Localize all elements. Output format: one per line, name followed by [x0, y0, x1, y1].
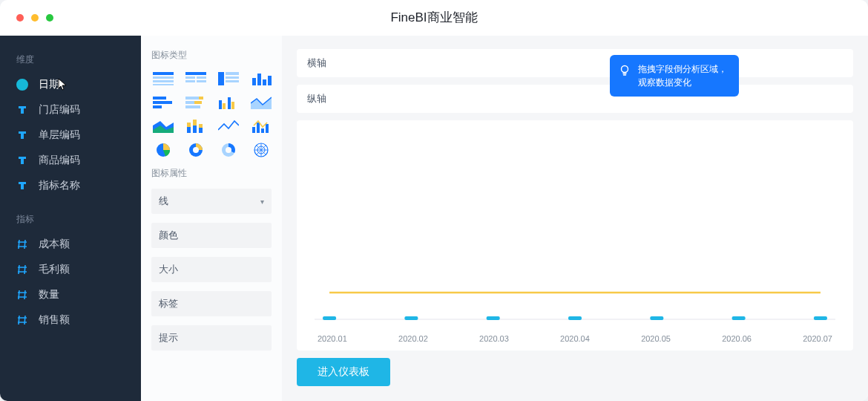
chart-type-donut-icon[interactable]: [184, 142, 208, 158]
x-tick-label: 2020.03: [479, 334, 509, 343]
text-icon: [16, 180, 28, 192]
svg-rect-6: [197, 76, 206, 79]
x-axis-dropzone[interactable]: 横轴: [297, 49, 853, 77]
svg-rect-53: [732, 316, 746, 320]
attr-color-row[interactable]: 颜色: [151, 223, 272, 248]
svg-rect-37: [261, 128, 264, 133]
svg-rect-23: [194, 101, 202, 104]
svg-rect-17: [153, 97, 166, 100]
svg-point-41: [193, 147, 199, 153]
svg-rect-51: [568, 316, 582, 320]
y-axis-label: 纵轴: [307, 92, 326, 105]
svg-rect-13: [252, 78, 256, 85]
chart-type-table3-icon[interactable]: [217, 71, 240, 87]
chart-type-linedots-icon[interactable]: [249, 118, 273, 134]
chart-type-stacked-icon[interactable]: [184, 118, 208, 134]
svg-rect-34: [199, 128, 203, 133]
chart-type-areafill-icon[interactable]: [151, 118, 175, 134]
svg-rect-25: [219, 100, 222, 109]
app-window: FineBI商业智能 维度 日期 门店编码: [0, 0, 868, 401]
dimension-label: 日期: [39, 78, 59, 91]
svg-rect-38: [266, 124, 269, 133]
dimension-item-level-code[interactable]: 单层编码: [0, 123, 141, 148]
main-canvas: 横轴 纵轴 拖拽字段倒分析区域， 观察数据变化 2020.012020.0220…: [282, 36, 868, 401]
enter-dashboard-button[interactable]: 进入仪表板: [297, 358, 390, 386]
config-panel: 图标类型 图标属性 线: [141, 36, 282, 401]
window-controls: [0, 14, 53, 22]
hash-icon: [16, 289, 28, 301]
attr-type-value: 线: [159, 195, 168, 208]
chart-type-bargroup-icon[interactable]: [217, 94, 240, 111]
svg-rect-19: [153, 105, 162, 108]
svg-rect-50: [487, 316, 500, 320]
svg-rect-4: [185, 72, 206, 75]
svg-rect-32: [193, 125, 197, 133]
text-icon: [16, 154, 28, 166]
chart-type-donut2-icon[interactable]: [217, 142, 240, 158]
x-tick-label: 2020.07: [803, 334, 832, 343]
svg-rect-1: [153, 76, 174, 79]
svg-rect-49: [404, 316, 418, 320]
svg-rect-8: [197, 80, 206, 82]
svg-rect-31: [193, 120, 197, 125]
chart-type-column-icon[interactable]: [249, 71, 273, 87]
svg-rect-52: [650, 316, 663, 320]
chart-type-barh2-icon[interactable]: [184, 94, 208, 111]
y-axis-dropzone[interactable]: 纵轴: [297, 85, 853, 113]
dimension-item-metric-name[interactable]: 指标名称: [0, 173, 141, 198]
chart-type-pie-icon[interactable]: [151, 142, 175, 158]
svg-rect-3: [153, 84, 174, 85]
measure-label: 销售额: [39, 313, 70, 327]
chart-type-area-icon[interactable]: [249, 94, 273, 111]
dimensions-heading: 维度: [0, 49, 141, 72]
svg-rect-11: [226, 76, 239, 79]
svg-rect-28: [231, 102, 234, 109]
measure-item-sales[interactable]: 销售额: [0, 307, 141, 333]
app-body: 维度 日期 门店编码 单层编码: [0, 36, 868, 401]
svg-rect-20: [185, 97, 199, 100]
svg-rect-10: [226, 72, 239, 75]
x-tick-label: 2020.05: [641, 334, 671, 343]
chart-type-radar-icon[interactable]: [249, 142, 273, 158]
measures-heading: 指标: [0, 209, 141, 232]
measure-item-quantity[interactable]: 数量: [0, 282, 141, 307]
dimension-item-store-code[interactable]: 门店编码: [0, 97, 141, 123]
dimension-item-product-code[interactable]: 商品编码: [0, 148, 141, 173]
measure-item-profit[interactable]: 毛利额: [0, 257, 141, 282]
measure-label: 数量: [39, 288, 59, 301]
svg-rect-54: [814, 316, 827, 320]
maximize-icon[interactable]: [46, 14, 53, 22]
hint-line1: 拖拽字段倒分析区域，: [638, 62, 727, 76]
svg-rect-7: [185, 80, 195, 82]
svg-rect-12: [226, 80, 239, 82]
chevron-down-icon: ▾: [260, 198, 264, 206]
chart-attr-heading: 图标属性: [151, 167, 272, 180]
hash-icon: [16, 264, 28, 276]
svg-rect-16: [268, 76, 272, 85]
svg-rect-24: [185, 105, 200, 108]
attr-tooltip-row[interactable]: 提示: [151, 325, 272, 351]
chart-preview: 2020.012020.022020.032020.042020.052020.…: [297, 120, 853, 351]
chart-type-table2-icon[interactable]: [184, 71, 208, 87]
chart-type-table-icon[interactable]: [151, 71, 175, 87]
svg-rect-48: [323, 316, 336, 320]
svg-rect-15: [263, 79, 266, 85]
attr-type-select[interactable]: 线 ▾: [151, 189, 272, 214]
chart-type-barh-icon[interactable]: [151, 94, 175, 111]
dimension-label: 单层编码: [39, 128, 80, 142]
svg-rect-29: [187, 123, 191, 127]
attr-label-row[interactable]: 标签: [151, 291, 272, 316]
svg-rect-36: [257, 123, 260, 133]
titlebar: FineBI商业智能: [0, 0, 868, 36]
measure-item-cost[interactable]: 成本额: [0, 232, 141, 257]
minimize-icon[interactable]: [31, 14, 39, 22]
dimension-item-date[interactable]: 日期: [0, 72, 141, 97]
text-icon: [16, 129, 28, 141]
svg-rect-33: [199, 124, 203, 128]
attr-size-row[interactable]: 大小: [151, 257, 272, 282]
x-tick-label: 2020.04: [560, 334, 590, 343]
close-icon[interactable]: [16, 14, 24, 22]
chart-type-line-icon[interactable]: [217, 118, 240, 134]
x-tick-label: 2020.02: [398, 334, 428, 343]
dimension-label: 门店编码: [39, 103, 80, 117]
